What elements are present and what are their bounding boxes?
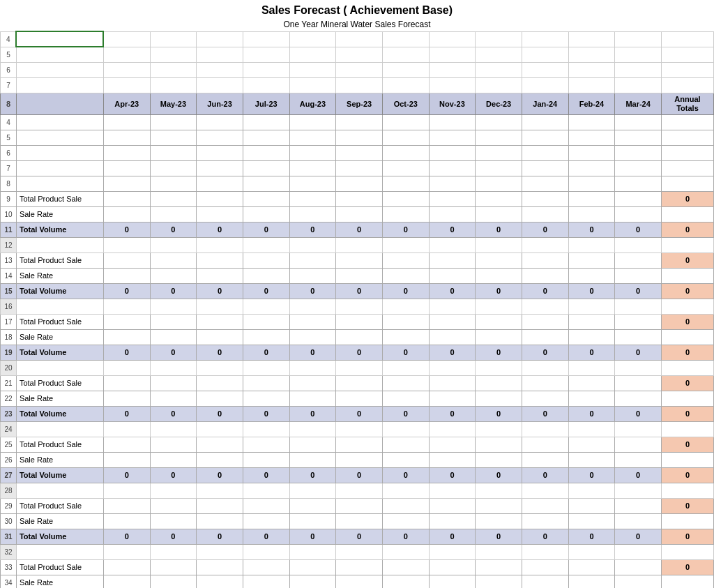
data-cell[interactable]: 0 <box>429 345 476 360</box>
data-cell[interactable] <box>243 237 289 252</box>
empty-cell[interactable] <box>522 31 568 47</box>
annual-total-cell[interactable]: 0 <box>661 498 713 513</box>
data-cell[interactable] <box>615 145 662 160</box>
data-cell[interactable]: 0 <box>382 467 429 483</box>
data-cell[interactable] <box>476 360 522 375</box>
data-cell[interactable] <box>382 237 429 252</box>
data-cell[interactable] <box>522 206 568 222</box>
data-cell[interactable] <box>336 498 383 513</box>
data-cell[interactable] <box>382 391 429 406</box>
data-cell[interactable] <box>615 483 662 498</box>
data-cell[interactable] <box>382 421 429 437</box>
data-cell[interactable] <box>522 299 568 314</box>
annual-total-cell[interactable] <box>661 299 713 314</box>
data-cell[interactable]: 0 <box>615 283 662 299</box>
data-cell[interactable]: 0 <box>522 529 568 544</box>
empty-cell[interactable] <box>16 47 103 62</box>
data-cell[interactable]: 0 <box>243 529 289 544</box>
empty-cell[interactable] <box>197 47 243 62</box>
data-cell[interactable] <box>103 544 150 559</box>
data-cell[interactable] <box>615 575 662 588</box>
data-cell[interactable] <box>522 437 568 452</box>
data-cell[interactable]: 0 <box>615 222 662 237</box>
data-cell[interactable] <box>476 130 522 145</box>
data-cell[interactable] <box>243 176 289 191</box>
data-cell[interactable] <box>476 299 522 314</box>
data-cell[interactable] <box>150 299 197 314</box>
data-cell[interactable] <box>150 145 197 160</box>
data-cell[interactable]: 0 <box>522 345 568 360</box>
data-cell[interactable] <box>197 206 243 222</box>
data-cell[interactable] <box>568 299 615 314</box>
data-cell[interactable] <box>150 391 197 406</box>
data-cell[interactable] <box>429 575 476 588</box>
data-cell[interactable] <box>568 437 615 452</box>
data-cell[interactable] <box>615 437 662 452</box>
data-cell[interactable]: 0 <box>476 283 522 299</box>
data-cell[interactable] <box>429 268 476 283</box>
data-cell[interactable] <box>289 452 336 467</box>
data-cell[interactable]: 0 <box>150 283 197 299</box>
data-cell[interactable]: 0 <box>476 529 522 544</box>
data-cell[interactable] <box>103 191 150 206</box>
data-cell[interactable] <box>243 559 289 575</box>
empty-cell[interactable] <box>615 31 662 47</box>
empty-cell[interactable] <box>568 47 615 62</box>
data-cell[interactable] <box>382 114 429 130</box>
data-cell[interactable] <box>615 191 662 206</box>
empty-cell[interactable] <box>103 47 150 62</box>
data-cell[interactable] <box>382 176 429 191</box>
data-cell[interactable] <box>243 206 289 222</box>
data-cell[interactable] <box>150 421 197 437</box>
data-cell[interactable] <box>336 252 383 268</box>
data-cell[interactable] <box>289 375 336 391</box>
data-cell[interactable] <box>522 191 568 206</box>
data-cell[interactable] <box>429 498 476 513</box>
annual-total-cell[interactable] <box>661 130 713 145</box>
data-cell[interactable] <box>243 299 289 314</box>
data-cell[interactable]: 0 <box>522 467 568 483</box>
annual-total-cell[interactable] <box>661 391 713 406</box>
data-cell[interactable]: 0 <box>476 345 522 360</box>
data-cell[interactable] <box>615 130 662 145</box>
data-cell[interactable] <box>103 375 150 391</box>
data-cell[interactable]: 0 <box>522 222 568 237</box>
annual-total-cell[interactable]: 0 <box>661 467 713 483</box>
data-cell[interactable] <box>522 114 568 130</box>
data-cell[interactable] <box>103 145 150 160</box>
data-cell[interactable] <box>382 329 429 345</box>
data-cell[interactable] <box>522 498 568 513</box>
data-cell[interactable] <box>522 176 568 191</box>
empty-cell[interactable] <box>476 47 522 62</box>
empty-cell[interactable] <box>429 31 476 47</box>
data-cell[interactable] <box>150 130 197 145</box>
data-cell[interactable] <box>568 483 615 498</box>
data-cell[interactable] <box>615 114 662 130</box>
data-cell[interactable] <box>522 544 568 559</box>
data-cell[interactable] <box>243 145 289 160</box>
empty-cell[interactable] <box>568 62 615 77</box>
data-cell[interactable] <box>289 206 336 222</box>
data-cell[interactable] <box>382 544 429 559</box>
data-cell[interactable]: 0 <box>568 529 615 544</box>
empty-cell[interactable] <box>336 77 383 93</box>
empty-cell[interactable] <box>103 77 150 93</box>
data-cell[interactable] <box>429 191 476 206</box>
data-cell[interactable]: 0 <box>103 529 150 544</box>
data-cell[interactable] <box>336 375 383 391</box>
data-cell[interactable] <box>522 452 568 467</box>
empty-cell[interactable] <box>615 77 662 93</box>
data-cell[interactable] <box>429 237 476 252</box>
data-cell[interactable] <box>197 252 243 268</box>
data-cell[interactable] <box>429 160 476 176</box>
data-cell[interactable]: 0 <box>382 345 429 360</box>
data-cell[interactable] <box>197 314 243 329</box>
data-cell[interactable] <box>103 130 150 145</box>
data-cell[interactable] <box>197 145 243 160</box>
empty-cell[interactable] <box>150 47 197 62</box>
data-cell[interactable] <box>615 268 662 283</box>
data-cell[interactable] <box>289 252 336 268</box>
data-cell[interactable]: 0 <box>429 222 476 237</box>
empty-cell[interactable] <box>476 62 522 77</box>
empty-cell[interactable] <box>522 62 568 77</box>
